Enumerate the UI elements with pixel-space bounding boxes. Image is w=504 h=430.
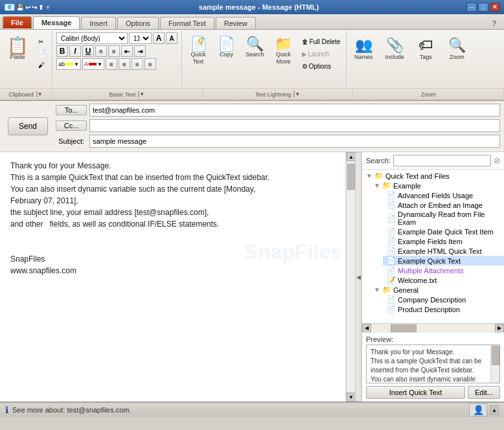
preview-text: Thank you for your Message. This is a sa…	[371, 348, 496, 383]
bullet-list-button[interactable]: ≡	[95, 45, 107, 57]
decrease-indent-button[interactable]: ⇤	[121, 45, 133, 57]
paste-icon: 📋	[7, 37, 28, 54]
align-right-button[interactable]: ≡	[132, 58, 143, 70]
minimize-button[interactable]: ─	[466, 3, 477, 12]
tree-root-item[interactable]: ▼ 📁 Quick Text and Files	[362, 171, 504, 181]
subject-input[interactable]	[89, 135, 500, 148]
window-controls[interactable]: ─ □ ✕	[466, 3, 500, 12]
increase-font-button[interactable]: A	[153, 32, 165, 44]
file-icon-4: 📄	[387, 227, 396, 236]
quick-move-button[interactable]: 📁 QuickMove	[270, 34, 297, 69]
maximize-button[interactable]: □	[478, 3, 488, 12]
font-color-picker[interactable]: A ▼	[82, 58, 104, 70]
search-button[interactable]: 🔍 Search	[241, 34, 269, 61]
font-size-select[interactable]: 11	[129, 32, 152, 44]
item-label-3: Dynamically Read from File Exam	[398, 210, 500, 226]
names-button[interactable]: 👥 Names	[349, 34, 378, 63]
italic-button[interactable]: I	[69, 45, 81, 57]
highlight-color-picker[interactable]: ab ▼	[56, 58, 81, 70]
zoom-group-label[interactable]: Zoom	[353, 89, 504, 100]
copy-button[interactable]: 📄	[35, 48, 49, 59]
email-body[interactable]: Thank you for your Message. This is a sa…	[0, 152, 346, 402]
tree-item-example-quick-text[interactable]: 📄 Example Quick Text	[383, 256, 504, 266]
tags-button[interactable]: 🏷 Tags	[411, 34, 440, 63]
justify-button[interactable]: ≡	[144, 58, 156, 70]
hscroll-thumb[interactable]	[391, 324, 417, 332]
tree-item-welcome-txt[interactable]: 📝 Welcome.txt	[383, 275, 504, 285]
decrease-font-button[interactable]: A	[166, 32, 178, 44]
scroll-down-button[interactable]: ▼	[347, 392, 356, 402]
tree-item-product[interactable]: 📄 Product Description	[383, 304, 504, 314]
underline-button[interactable]: U	[82, 45, 94, 57]
example-folder-item[interactable]: ▼ 📁 Example	[370, 181, 504, 190]
close-button[interactable]: ✕	[490, 3, 500, 12]
tab-format-text[interactable]: Format Text	[160, 17, 214, 29]
align-center-button[interactable]: ≡	[119, 58, 130, 70]
hscroll-left-button[interactable]: ◀	[362, 324, 371, 333]
preview-scroll-thumb[interactable]	[492, 346, 499, 365]
tree-horizontal-scrollbar[interactable]: ◀ ▶	[362, 323, 504, 332]
bold-button[interactable]: B	[56, 45, 68, 57]
clipboard-group-label[interactable]: Clipboard⎟▼	[0, 89, 52, 100]
numbered-list-button[interactable]: ≡	[108, 45, 120, 57]
names-icon: 👥	[355, 37, 372, 54]
tree-item-attach-image[interactable]: 📄 Attach or Embed an Image	[383, 200, 504, 210]
cc-input[interactable]	[89, 119, 500, 132]
include-label: Include	[385, 54, 404, 60]
scroll-thumb[interactable]	[347, 164, 355, 190]
search-clear-icon[interactable]: ⊘	[494, 156, 500, 165]
tab-bar: File Message Insert Options Format Text …	[0, 14, 504, 30]
tree-item-example-date[interactable]: 📄 Example Date Quick Text Item	[383, 227, 504, 236]
status-scroll-button[interactable]: ▲	[490, 405, 499, 414]
tab-file[interactable]: File	[3, 16, 32, 29]
cc-button[interactable]: Cc...	[56, 120, 87, 131]
to-button[interactable]: To...	[56, 105, 87, 115]
tab-message[interactable]: Message	[33, 16, 80, 29]
hscroll-track	[371, 324, 495, 333]
format-painter-button[interactable]: 🖌	[35, 60, 49, 71]
options-button[interactable]: ⚙ Options	[299, 61, 344, 72]
tab-insert[interactable]: Insert	[81, 17, 116, 29]
cut-button[interactable]: ✂	[35, 36, 49, 47]
include-icon: 📎	[386, 37, 404, 54]
text-lightning-group-label[interactable]: Text Lightning⎟▼	[203, 89, 354, 100]
hscroll-right-button[interactable]: ▶	[495, 324, 504, 333]
launch-button[interactable]: ▶ Launch	[299, 49, 344, 60]
general-folder-icon: 📁	[382, 286, 391, 294]
file-icon-5: 📄	[387, 237, 396, 245]
include-button[interactable]: 📎 Include	[380, 34, 409, 63]
search-input[interactable]	[393, 155, 491, 166]
basic-text-group-label[interactable]: Basic Text⎟▼	[52, 89, 203, 100]
zoom-button[interactable]: 🔍 Zoom	[442, 34, 471, 63]
increase-indent-button[interactable]: ⇥	[134, 45, 146, 57]
sidebar-collapse-handle[interactable]: ◀	[355, 152, 361, 402]
ribbon-labels: Clipboard⎟▼ Basic Text⎟▼ Text Lightning⎟…	[0, 88, 504, 100]
tree-item-multiple-attachments[interactable]: 📄 Multiple Attachments	[383, 266, 504, 275]
help-button[interactable]: ?	[487, 17, 501, 29]
align-left-button[interactable]: ≡	[106, 58, 117, 70]
to-input[interactable]	[89, 104, 500, 117]
item-label-8: Multiple Attachments	[398, 267, 464, 275]
tree-item-advanced-fields[interactable]: 📄 Advanced Fields Usage	[383, 190, 504, 200]
tree-item-example-html[interactable]: 📄 Example HTML Quick Text	[383, 246, 504, 256]
font-family-select[interactable]: Calibri (Body)	[56, 32, 128, 44]
send-button[interactable]: Send	[8, 117, 48, 135]
quick-text-button[interactable]: 📄Q QuickText	[185, 34, 212, 69]
body-line-3: You can also insert dynamic variable suc…	[10, 183, 332, 195]
zoom-label: Zoom	[450, 54, 464, 60]
general-folder-item[interactable]: ▼ 📁 General	[370, 285, 504, 295]
full-delete-button[interactable]: 🗑 Full Delete	[299, 36, 344, 47]
preview-scrollbar[interactable]	[490, 345, 499, 383]
paste-button[interactable]: 📋 Paste	[3, 34, 32, 63]
edit-button[interactable]: Edit...	[468, 386, 500, 399]
tab-options[interactable]: Options	[117, 17, 159, 29]
tree-item-dynamically-read[interactable]: 📄 Dynamically Read from File Exam	[383, 210, 504, 227]
tree-item-company[interactable]: 📄 Company Description	[383, 295, 504, 304]
copy-lightning-button[interactable]: 📄 Copy	[213, 34, 240, 61]
tree-item-example-fields[interactable]: 📄 Example Fields Item	[383, 236, 504, 246]
status-user-button[interactable]: 👤	[469, 403, 487, 416]
body-scrollbar[interactable]: ▲ ▼	[346, 152, 355, 402]
tab-review[interactable]: Review	[216, 17, 256, 29]
insert-quick-text-button[interactable]: Insert Quick Text	[366, 386, 465, 399]
scroll-up-button[interactable]: ▲	[347, 152, 356, 161]
